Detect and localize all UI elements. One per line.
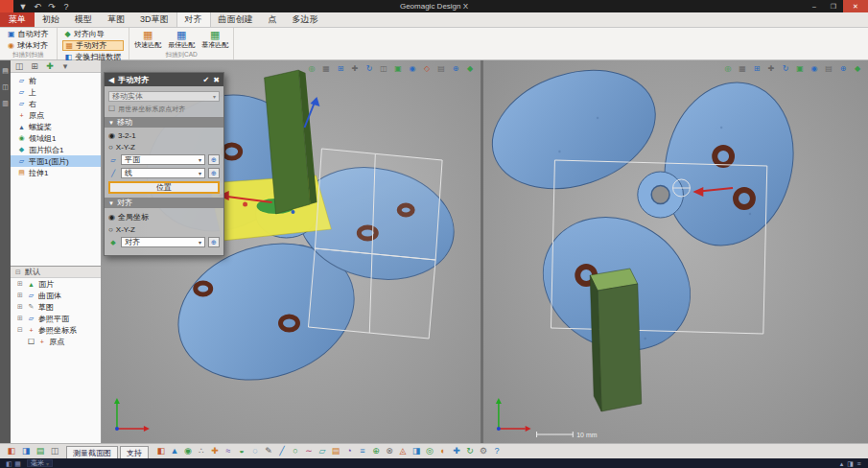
face-quality-icon[interactable]: ◧ xyxy=(155,445,167,456)
spline-icon[interactable]: ∼ xyxy=(303,445,315,456)
viewport2-canvas[interactable]: 10 mm xyxy=(483,60,868,443)
layer-item-mesh[interactable]: ⊞▲面片 xyxy=(11,278,101,290)
expand-up-icon[interactable]: ▴ xyxy=(837,459,846,468)
status-grid-icon[interactable]: ▦ xyxy=(13,459,22,468)
layer-item-origin[interactable]: ☐+原点 xyxy=(11,336,101,347)
best-fit-button[interactable]: ▦最佳匹配 xyxy=(168,30,195,50)
tree-item-plane1[interactable]: ▱平面1(面片) xyxy=(11,155,101,167)
move-entity-select[interactable]: 移动实体▾ xyxy=(108,91,220,102)
add-view-icon[interactable]: ⊕ xyxy=(450,63,461,75)
settings-icon[interactable]: ⚙ xyxy=(478,445,489,456)
target-icon[interactable]: ◉ xyxy=(407,63,418,75)
reference-box-green[interactable] xyxy=(590,269,642,411)
flag-icon[interactable]: ◇ xyxy=(421,63,433,75)
dialog-header[interactable]: ◀ 手动对齐 ✔ ✖ xyxy=(105,73,223,86)
snapshot-icon[interactable]: ◆ xyxy=(464,63,476,75)
radio-global-coords[interactable]: ◉ xyxy=(108,213,115,222)
view-orient-icon[interactable]: ◎ xyxy=(722,63,734,75)
tab-points[interactable]: 点 xyxy=(261,12,285,27)
line-select[interactable]: 线▾ xyxy=(121,168,205,178)
position-button[interactable]: 位置 xyxy=(108,181,220,194)
tab-polygons[interactable]: 多边形 xyxy=(285,12,326,27)
line-icon[interactable]: ╱ xyxy=(276,445,288,456)
tab-sketch[interactable]: 草图 xyxy=(100,12,132,27)
pick-align-button[interactable]: ⊕ xyxy=(208,237,220,247)
cancel-icon[interactable]: ✖ xyxy=(213,76,220,84)
back-icon[interactable]: ◀ xyxy=(108,76,114,84)
auto-align-button[interactable]: ▣自动对齐 xyxy=(5,29,52,39)
origin-checkbox[interactable]: ☐ xyxy=(28,338,35,346)
manual-align-button[interactable]: ▦手动对齐 xyxy=(62,40,125,51)
confirm-icon[interactable]: ✔ xyxy=(203,76,210,84)
tree-item-right-plane[interactable]: ▱右 xyxy=(11,98,101,109)
tree-item-front-plane[interactable]: ▱前 xyxy=(11,75,101,86)
layer-item-ref-planes[interactable]: ⊞▱参照平面 xyxy=(11,313,101,324)
tab-home[interactable]: 初始 xyxy=(35,12,67,27)
align-entity-select[interactable]: 对齐▾ xyxy=(121,237,205,247)
help-tool-icon[interactable]: ? xyxy=(491,445,503,456)
tab-model[interactable]: 模型 xyxy=(67,12,100,27)
layers-header[interactable]: ⊟默认 xyxy=(11,267,101,278)
camera-icon[interactable]: ◫ xyxy=(49,445,60,456)
view-orient-icon[interactable]: ◎ xyxy=(306,63,317,75)
tree-item-extrude1[interactable]: ▤拉伸1 xyxy=(11,167,101,178)
zoom-fit-icon[interactable]: ⊞ xyxy=(751,63,762,75)
note-icon[interactable]: ▤ xyxy=(35,445,46,456)
radio-321[interactable]: ◉ xyxy=(108,131,115,140)
tab-surface-create[interactable]: 曲面创建 xyxy=(211,12,261,27)
zoom-fit-icon[interactable]: ⊞ xyxy=(335,63,346,75)
tree-item-top-plane[interactable]: ▱上 xyxy=(11,86,101,98)
layer-item-ref-csys[interactable]: ⊟+参照坐标系 xyxy=(11,324,101,336)
target-align-icon[interactable]: ◎ xyxy=(424,445,435,456)
pan-icon[interactable]: ✚ xyxy=(349,63,361,75)
grid-icon[interactable]: ▦ xyxy=(320,63,332,75)
add-view-icon[interactable]: ⊕ xyxy=(837,63,849,75)
panel-toggle-icon[interactable]: ◨ xyxy=(846,459,855,468)
panel-expand-icon[interactable]: ⊞ xyxy=(29,60,40,72)
rotate-view-icon[interactable]: ↻ xyxy=(780,63,791,75)
layer-item-sketch[interactable]: ⊞✎草图 xyxy=(11,301,101,313)
snapshot-icon[interactable]: ◆ xyxy=(852,63,863,75)
trim-icon[interactable]: ⊗ xyxy=(384,445,395,456)
radio-move-xyz[interactable]: ○ xyxy=(108,143,113,152)
boundary-icon[interactable]: ◌ xyxy=(249,445,261,456)
clip-icon[interactable]: ◨ xyxy=(20,445,32,456)
tab-measure-section-view[interactable]: 测量截面图 xyxy=(66,446,118,458)
view-mode-icon[interactable]: ◐ xyxy=(437,445,449,456)
shade-mode-icon[interactable]: ▣ xyxy=(794,63,806,75)
tab-3d-sketch[interactable]: 3D草图 xyxy=(132,12,176,27)
tab-support[interactable]: 支持 xyxy=(120,446,149,458)
status-info-icon[interactable]: ◧ xyxy=(5,459,13,468)
tree-item-propeller-mesh[interactable]: ▲螺旋桨 xyxy=(11,121,101,132)
loft-icon[interactable]: ≡ xyxy=(357,445,368,456)
fill-hole-icon[interactable]: ◒ xyxy=(236,445,247,456)
sphere-align-button[interactable]: ◉球体对齐 xyxy=(5,40,52,51)
tree-item-origin[interactable]: +原点 xyxy=(11,109,101,121)
align-wizard-button[interactable]: ◆对齐向导 xyxy=(62,29,125,39)
overflow-menu-icon[interactable]: ≡ xyxy=(855,459,863,468)
pan-icon[interactable]: ✚ xyxy=(765,63,777,75)
layout-icon[interactable]: ▤ xyxy=(435,63,447,75)
section-icon[interactable]: ◧ xyxy=(6,445,17,456)
split-view-icon[interactable]: ◫ xyxy=(378,63,389,75)
measure-icon[interactable]: ◬ xyxy=(397,445,409,456)
mesh-icon[interactable]: ▲ xyxy=(169,445,180,456)
region-icon[interactable]: ◉ xyxy=(182,445,194,456)
pick-line-button[interactable]: ⊕ xyxy=(208,168,220,178)
pick-plane-button[interactable]: ⊕ xyxy=(208,154,220,165)
rotate-tool-icon[interactable]: ↻ xyxy=(464,445,476,456)
align-section-header[interactable]: ▼对齐 xyxy=(105,198,223,208)
point-cloud-icon[interactable]: ∴ xyxy=(196,445,207,456)
move-section-header[interactable]: ▼移动 xyxy=(105,117,223,128)
sketch-icon[interactable]: ✎ xyxy=(263,445,274,456)
target-icon[interactable]: ◉ xyxy=(809,63,820,75)
healing-icon[interactable]: ✚ xyxy=(209,445,221,456)
pan-tool-icon[interactable]: ✚ xyxy=(451,445,462,456)
tab-alignment[interactable]: 对齐 xyxy=(176,12,211,27)
panel-list-icon[interactable]: ◫ xyxy=(13,60,25,72)
radio-align-xyz[interactable]: ○ xyxy=(108,225,113,234)
circle-icon[interactable]: ○ xyxy=(290,445,301,456)
unit-select[interactable]: 毫米▾ xyxy=(27,459,53,467)
panel-add-icon[interactable]: ✚ xyxy=(44,60,56,72)
smooth-icon[interactable]: ≈ xyxy=(223,445,234,456)
